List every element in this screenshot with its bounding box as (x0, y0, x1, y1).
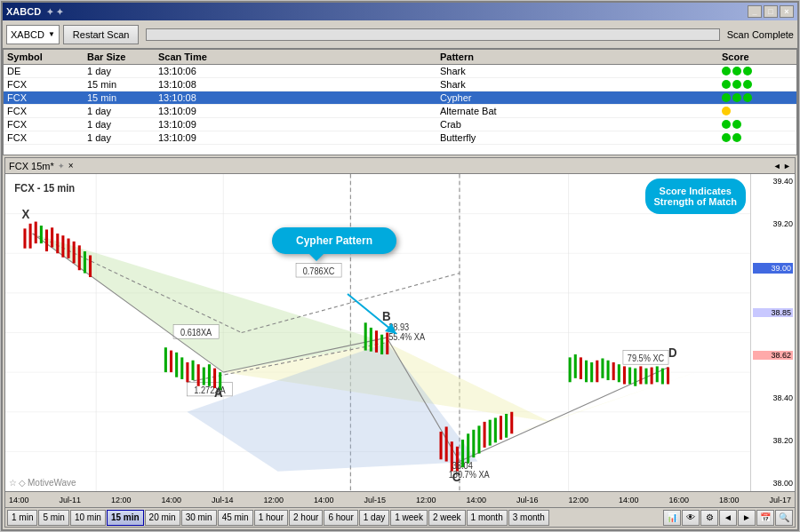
svg-rect-63 (439, 432, 442, 459)
price-axis: 39.40 39.20 39.00 38.85 38.62 38.40 38.2… (750, 174, 795, 491)
svg-rect-34 (23, 228, 26, 248)
score-indicator (722, 107, 793, 115)
timeframe-1month-button[interactable]: 1 month (467, 510, 508, 526)
svg-rect-80 (585, 361, 588, 383)
col-barsize: Bar Size (87, 52, 158, 62)
svg-rect-55 (208, 364, 211, 386)
close-icon[interactable]: × (68, 161, 74, 171)
svg-text:X: X (21, 207, 30, 222)
chart-title-bar: FCX 15m* ✦ × ◄ ► (5, 158, 795, 174)
time-labels: 14:00 Jul-11 12:00 14:00 Jul-14 12:00 14… (9, 496, 791, 504)
price-label: 38.40 (753, 394, 793, 402)
svg-rect-39 (51, 227, 53, 247)
chart-title: FCX 15m* (9, 161, 54, 171)
table-row[interactable]: FCX 1 day 13:10:09 Crab (4, 118, 796, 131)
timeframe-1min-button[interactable]: 1 min (7, 510, 37, 526)
svg-rect-95 (667, 368, 669, 385)
chart-tool-button[interactable]: 📊 (663, 510, 681, 526)
main-window: XABCD ✦ ✦ _ □ × XABCD ▼ Restart Scan Sca… (1, 1, 799, 531)
svg-rect-88 (628, 368, 631, 385)
timeframe-1week-button[interactable]: 1 week (390, 510, 428, 526)
svg-rect-71 (484, 422, 486, 448)
chart-tool-buttons: 📊 👁 ⚙ ◄ ► 📅 🔍 (663, 510, 793, 526)
svg-rect-93 (656, 366, 659, 382)
svg-rect-41 (61, 235, 64, 258)
maximize-button[interactable]: □ (764, 5, 778, 18)
timeframe-2hour-button[interactable]: 2 hour (289, 510, 323, 526)
chart-nav-icons: ◄ ► (773, 162, 791, 171)
calendar-button[interactable]: 📅 (756, 510, 774, 526)
svg-rect-90 (639, 366, 642, 384)
svg-rect-79 (580, 357, 582, 379)
nav-prev-button[interactable]: ◄ (719, 510, 737, 526)
svg-rect-44 (78, 245, 81, 270)
time-axis: 14:00 Jul-11 12:00 14:00 Jul-14 12:00 14… (5, 491, 795, 507)
score-indicator (722, 80, 793, 89)
table-row[interactable]: DE 1 day 13:10:06 Shark (4, 65, 796, 78)
table-row[interactable]: FCX 1 day 13:10:09 Alternate Bat (4, 105, 796, 118)
main-toolbar: XABCD ▼ Restart Scan Scan Complete (3, 20, 797, 49)
svg-rect-87 (623, 366, 626, 384)
svg-rect-35 (29, 224, 32, 249)
timeframe-30min-button[interactable]: 30 min (181, 510, 217, 526)
close-button[interactable]: × (780, 5, 794, 18)
dropdown-value: XABCD (11, 29, 44, 40)
svg-rect-38 (45, 229, 48, 251)
svg-rect-94 (661, 369, 664, 385)
svg-rect-54 (203, 368, 205, 385)
pattern-dropdown[interactable]: XABCD ▼ (6, 25, 60, 44)
svg-rect-59 (370, 328, 372, 352)
minimize-button[interactable]: _ (748, 5, 762, 18)
svg-rect-92 (651, 368, 653, 385)
score-indicator (722, 93, 793, 102)
table-row[interactable]: FCX 15 min 13:10:08 Shark (4, 78, 796, 91)
timeframe-5min-button[interactable]: 5 min (38, 510, 68, 526)
chevron-down-icon: ▼ (48, 30, 55, 38)
svg-rect-78 (574, 354, 577, 378)
svg-rect-49 (175, 353, 178, 377)
settings-button[interactable]: ⚙ (700, 510, 718, 526)
chart-main[interactable]: 0.618XA 0.786XC 1.272XA 79.5% XC (5, 174, 750, 491)
svg-rect-75 (505, 414, 508, 438)
title-icon: ✦ ✦ (46, 7, 63, 17)
score-indicator (722, 133, 793, 142)
table-row[interactable]: FCX 15 min 13:10:08 Cypher (4, 91, 796, 105)
zoom-button[interactable]: 🔍 (775, 510, 793, 526)
col-symbol: Symbol (7, 52, 87, 62)
timeframe-6hour-button[interactable]: 6 hour (324, 510, 357, 526)
svg-text:38.93: 38.93 (388, 322, 409, 332)
svg-rect-50 (180, 357, 183, 379)
scan-progress-bar (146, 28, 719, 41)
timeframe-1hour-button[interactable]: 1 hour (254, 510, 288, 526)
diamond-icon: ◇ (19, 478, 26, 488)
timeframe-10min-button[interactable]: 10 min (70, 510, 106, 526)
svg-rect-43 (73, 242, 76, 264)
svg-rect-37 (40, 226, 43, 243)
scan-complete-label: Scan Complete (727, 29, 794, 40)
svg-text:79.5% XC: 79.5% XC (628, 353, 664, 362)
restart-scan-button[interactable]: Restart Scan (63, 25, 140, 44)
svg-rect-60 (375, 330, 378, 353)
svg-text:D: D (668, 345, 677, 361)
timeframe-45min-button[interactable]: 45 min (218, 510, 253, 526)
svg-rect-76 (510, 412, 513, 434)
svg-rect-85 (612, 362, 615, 380)
timeframe-2week-button[interactable]: 2 week (428, 510, 466, 526)
results-table: Symbol Bar Size Scan Time Pattern Score … (3, 49, 797, 155)
price-label: 39.40 (753, 178, 793, 186)
svg-rect-52 (192, 361, 195, 380)
price-label-alert: 38.62 (753, 351, 793, 360)
timeframe-20min-button[interactable]: 20 min (145, 510, 180, 526)
eye-button[interactable]: 👁 (682, 510, 700, 526)
svg-rect-72 (489, 420, 492, 446)
timeframe-1day-button[interactable]: 1 day (359, 510, 389, 526)
score-indicator (722, 120, 793, 129)
timeframe-3month-button[interactable]: 3 month (508, 510, 549, 526)
cypher-callout-text: Cypher Pattern (296, 234, 372, 247)
nav-next-button[interactable]: ► (738, 510, 756, 526)
table-row[interactable]: FCX 1 day 13:10:09 Butterfly (4, 131, 796, 145)
svg-rect-83 (601, 359, 604, 378)
svg-rect-74 (500, 416, 502, 440)
score-callout-container: Score IndicatesStrength of Match (645, 179, 747, 214)
timeframe-15min-button[interactable]: 15 min (107, 510, 144, 526)
